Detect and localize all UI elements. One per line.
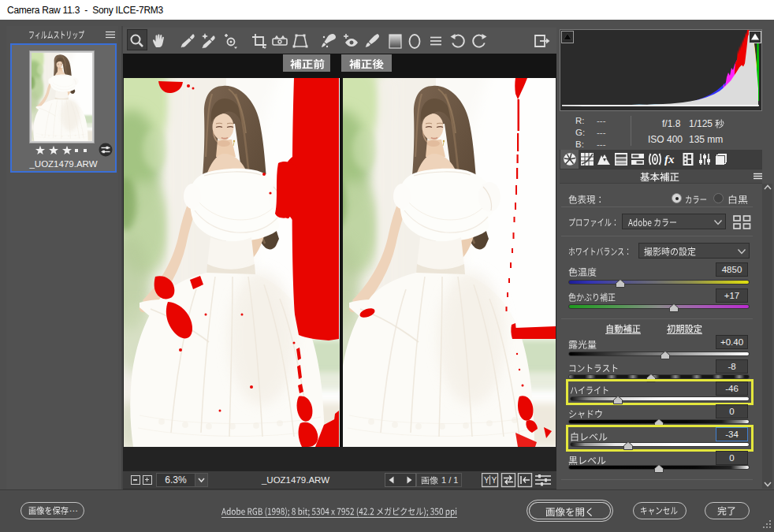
svg-text:Y: Y — [492, 476, 497, 485]
svg-text:fx: fx — [664, 153, 675, 166]
svg-text:Y: Y — [484, 476, 489, 485]
